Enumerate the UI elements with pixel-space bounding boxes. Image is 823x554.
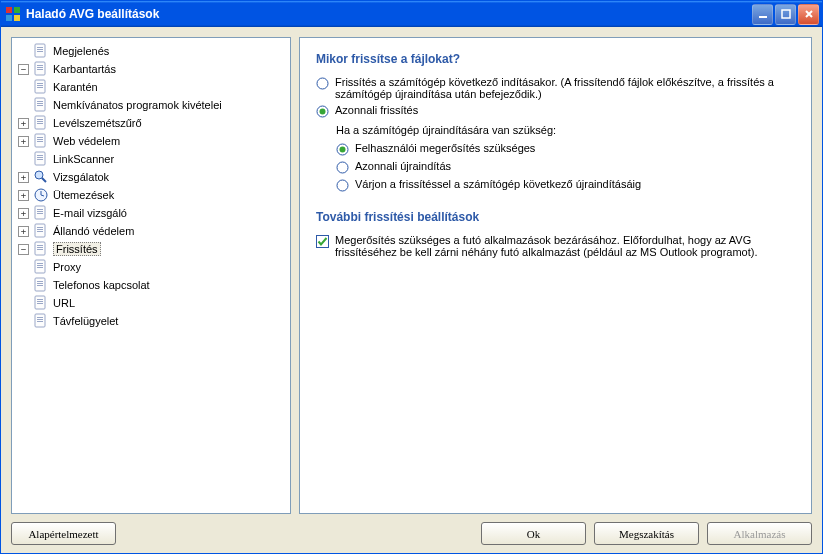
nav-tree[interactable]: Megjelenés−KarbantartásKaranténNemkívána… bbox=[11, 37, 291, 514]
titlebar[interactable]: Haladó AVG beállítások bbox=[1, 1, 822, 27]
tree-item[interactable]: +Ütemezések bbox=[14, 186, 288, 204]
svg-rect-66 bbox=[37, 321, 43, 322]
radio-restart-now[interactable]: Azonnali újraindítás bbox=[336, 160, 795, 174]
checkbox-close-apps[interactable]: Megerősítés szükséges a futó alkalmazáso… bbox=[316, 234, 795, 258]
svg-rect-56 bbox=[37, 281, 43, 282]
expand-toggle[interactable]: + bbox=[18, 208, 29, 219]
tree-item-label: Web védelem bbox=[53, 135, 120, 147]
tree-item-label: Ütemezések bbox=[53, 189, 114, 201]
svg-point-34 bbox=[35, 171, 43, 179]
window-title: Haladó AVG beállítások bbox=[26, 7, 750, 21]
page-icon bbox=[33, 259, 49, 275]
svg-rect-42 bbox=[37, 213, 43, 214]
svg-rect-48 bbox=[37, 245, 43, 246]
svg-rect-10 bbox=[35, 62, 45, 75]
page-icon bbox=[33, 223, 49, 239]
tree-item[interactable]: Megjelenés bbox=[14, 42, 288, 60]
tree-item[interactable]: +Állandó védelem bbox=[14, 222, 288, 240]
page-icon bbox=[33, 295, 49, 311]
tree-item-label: Proxy bbox=[53, 261, 81, 273]
radio-icon-selected bbox=[336, 143, 349, 156]
expand-toggle[interactable]: + bbox=[18, 172, 29, 183]
collapse-toggle[interactable]: − bbox=[18, 244, 29, 255]
svg-rect-60 bbox=[37, 299, 43, 300]
radio-update-immediate[interactable]: Azonnali frissítés bbox=[316, 104, 795, 118]
page-icon bbox=[33, 277, 49, 293]
svg-rect-41 bbox=[37, 211, 43, 212]
page-icon bbox=[33, 43, 49, 59]
svg-rect-13 bbox=[37, 69, 43, 70]
expand-toggle[interactable]: + bbox=[18, 136, 29, 147]
expand-toggle[interactable]: + bbox=[18, 118, 29, 129]
page-icon bbox=[33, 133, 49, 149]
tree-item[interactable]: +Levélszemétszűrő bbox=[14, 114, 288, 132]
tree-item[interactable]: −Karbantartás bbox=[14, 60, 288, 78]
svg-rect-8 bbox=[37, 49, 43, 50]
tree-item[interactable]: +E-mail vizsgáló bbox=[14, 204, 288, 222]
page-icon bbox=[33, 205, 49, 221]
svg-rect-43 bbox=[35, 224, 45, 237]
tree-item[interactable]: Karantén bbox=[14, 78, 288, 96]
tree-item-label: Levélszemétszűrő bbox=[53, 117, 142, 129]
radio-update-on-boot[interactable]: Frissítés a számítógép következő indítás… bbox=[316, 76, 795, 100]
tree-item-label: Távfelügyelet bbox=[53, 315, 118, 327]
svg-rect-58 bbox=[37, 285, 43, 286]
expand-toggle[interactable]: + bbox=[18, 226, 29, 237]
svg-rect-59 bbox=[35, 296, 45, 309]
svg-rect-63 bbox=[35, 314, 45, 327]
tree-item-label: Frissítés bbox=[53, 242, 101, 256]
maximize-button[interactable] bbox=[775, 4, 796, 25]
svg-point-67 bbox=[317, 78, 328, 89]
svg-rect-15 bbox=[37, 83, 43, 84]
cancel-button[interactable]: Megszakítás bbox=[594, 522, 699, 545]
tree-item[interactable]: URL bbox=[14, 294, 288, 312]
collapse-toggle[interactable]: − bbox=[18, 64, 29, 75]
svg-rect-62 bbox=[37, 303, 43, 304]
svg-rect-52 bbox=[37, 263, 43, 264]
svg-point-71 bbox=[340, 147, 346, 153]
tree-item[interactable]: Távfelügyelet bbox=[14, 312, 288, 330]
tree-item-label: Megjelenés bbox=[53, 45, 109, 57]
svg-rect-20 bbox=[37, 103, 43, 104]
radio-label: Azonnali frissítés bbox=[335, 104, 418, 116]
svg-rect-33 bbox=[37, 159, 43, 160]
radio-icon bbox=[336, 161, 349, 174]
checkbox-icon-checked bbox=[316, 235, 329, 248]
svg-rect-27 bbox=[37, 137, 43, 138]
tree-item[interactable]: +Web védelem bbox=[14, 132, 288, 150]
default-button[interactable]: Alapértelmezett bbox=[11, 522, 116, 545]
tree-item-label: Karbantartás bbox=[53, 63, 116, 75]
settings-window: Haladó AVG beállítások Megjelenés−Karban… bbox=[0, 0, 823, 554]
svg-rect-46 bbox=[37, 231, 43, 232]
tree-item[interactable]: +Vizsgálatok bbox=[14, 168, 288, 186]
radio-wait-restart[interactable]: Várjon a frissítéssel a számítógép követ… bbox=[336, 178, 795, 192]
tree-item[interactable]: Telefonos kapcsolat bbox=[14, 276, 288, 294]
tree-item[interactable]: Nemkívánatos programok kivételei bbox=[14, 96, 288, 114]
svg-rect-5 bbox=[782, 10, 790, 18]
close-button[interactable] bbox=[798, 4, 819, 25]
tree-item-label: E-mail vizsgáló bbox=[53, 207, 127, 219]
tree-item[interactable]: −Frissítés bbox=[14, 240, 288, 258]
svg-rect-2 bbox=[6, 15, 12, 21]
expand-toggle[interactable]: + bbox=[18, 190, 29, 201]
tree-item[interactable]: LinkScanner bbox=[14, 150, 288, 168]
clock-icon bbox=[33, 187, 49, 203]
svg-rect-45 bbox=[37, 229, 43, 230]
svg-rect-21 bbox=[37, 105, 43, 106]
apply-button[interactable]: Alkalmazás bbox=[707, 522, 812, 545]
svg-rect-0 bbox=[6, 7, 12, 13]
svg-rect-11 bbox=[37, 65, 43, 66]
tree-item[interactable]: Proxy bbox=[14, 258, 288, 276]
page-icon bbox=[33, 241, 49, 257]
client-area: Megjelenés−KarbantartásKaranténNemkívána… bbox=[1, 27, 822, 553]
ok-button[interactable]: Ok bbox=[481, 522, 586, 545]
radio-confirm-restart[interactable]: Felhasználói megerősítés szükséges bbox=[336, 142, 795, 156]
panes: Megjelenés−KarbantartásKaranténNemkívána… bbox=[11, 37, 812, 514]
svg-rect-4 bbox=[759, 16, 767, 18]
restart-subgroup: Felhasználói megerősítés szükséges Azonn… bbox=[336, 142, 795, 192]
svg-rect-47 bbox=[35, 242, 45, 255]
svg-rect-31 bbox=[37, 155, 43, 156]
section-when-title: Mikor frissítse a fájlokat? bbox=[316, 52, 795, 66]
minimize-button[interactable] bbox=[752, 4, 773, 25]
svg-rect-23 bbox=[37, 119, 43, 120]
